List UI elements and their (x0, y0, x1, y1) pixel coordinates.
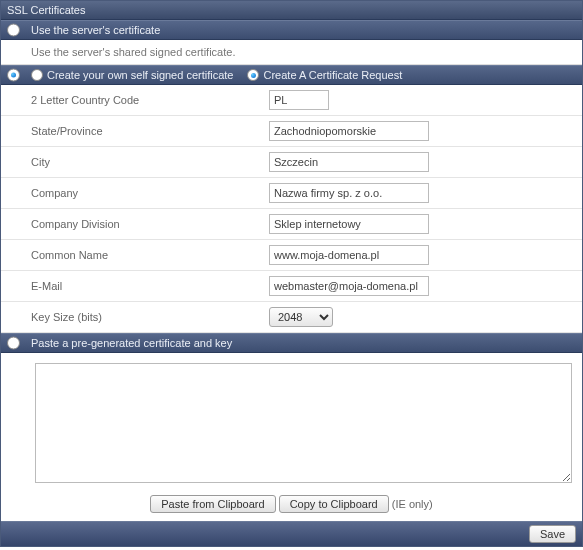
field-state: State/Province (1, 116, 582, 147)
ie-only-note: (IE only) (392, 498, 433, 510)
field-label: E-Mail (31, 280, 269, 292)
paste-area (1, 353, 582, 491)
save-button[interactable]: Save (529, 525, 576, 543)
field-company: Company (1, 178, 582, 209)
radio-icon (247, 69, 259, 81)
radio-icon (7, 337, 20, 350)
field-label: State/Province (31, 125, 269, 137)
cert-textarea[interactable] (35, 363, 572, 483)
copy-to-clipboard-button[interactable]: Copy to Clipboard (279, 495, 389, 513)
option-use-server-cert[interactable]: Use the server's certificate (1, 20, 582, 40)
field-division: Company Division (1, 209, 582, 240)
common-name-input[interactable] (269, 245, 429, 265)
field-key-size: Key Size (bits) 2048 (1, 302, 582, 333)
option-paste-cert[interactable]: Paste a pre-generated certificate and ke… (1, 333, 582, 353)
field-label: Company Division (31, 218, 269, 230)
sub-option-self-signed-label: Create your own self signed certificate (47, 69, 233, 81)
sub-option-cert-request-label: Create A Certificate Request (263, 69, 402, 81)
clipboard-row: Paste from Clipboard Copy to Clipboard (… (1, 491, 582, 521)
use-server-cert-description: Use the server's shared signed certifica… (1, 40, 582, 65)
ssl-certificates-panel: SSL Certificates Use the server's certif… (0, 0, 583, 547)
company-input[interactable] (269, 183, 429, 203)
field-label: Company (31, 187, 269, 199)
field-common-name: Common Name (1, 240, 582, 271)
cert-form: 2 Letter Country Code State/Province Cit… (1, 85, 582, 333)
field-city: City (1, 147, 582, 178)
panel-title: SSL Certificates (1, 1, 582, 20)
key-size-select[interactable]: 2048 (269, 307, 333, 327)
radio-icon (7, 69, 20, 82)
state-input[interactable] (269, 121, 429, 141)
country-input[interactable] (269, 90, 329, 110)
city-input[interactable] (269, 152, 429, 172)
radio-icon (31, 69, 43, 81)
sub-option-self-signed[interactable]: Create your own self signed certificate (31, 69, 233, 81)
option-use-server-cert-label: Use the server's certificate (31, 24, 160, 36)
field-label: Common Name (31, 249, 269, 261)
paste-from-clipboard-button[interactable]: Paste from Clipboard (150, 495, 275, 513)
field-country: 2 Letter Country Code (1, 85, 582, 116)
field-label: Key Size (bits) (31, 311, 269, 323)
sub-option-cert-request[interactable]: Create A Certificate Request (247, 69, 402, 81)
field-email: E-Mail (1, 271, 582, 302)
footer-bar: Save (1, 521, 582, 546)
option-create-cert[interactable]: Create your own self signed certificate … (1, 65, 582, 85)
field-label: City (31, 156, 269, 168)
email-input[interactable] (269, 276, 429, 296)
radio-icon (7, 24, 20, 37)
field-label: 2 Letter Country Code (31, 94, 269, 106)
division-input[interactable] (269, 214, 429, 234)
option-paste-cert-label: Paste a pre-generated certificate and ke… (31, 337, 232, 349)
